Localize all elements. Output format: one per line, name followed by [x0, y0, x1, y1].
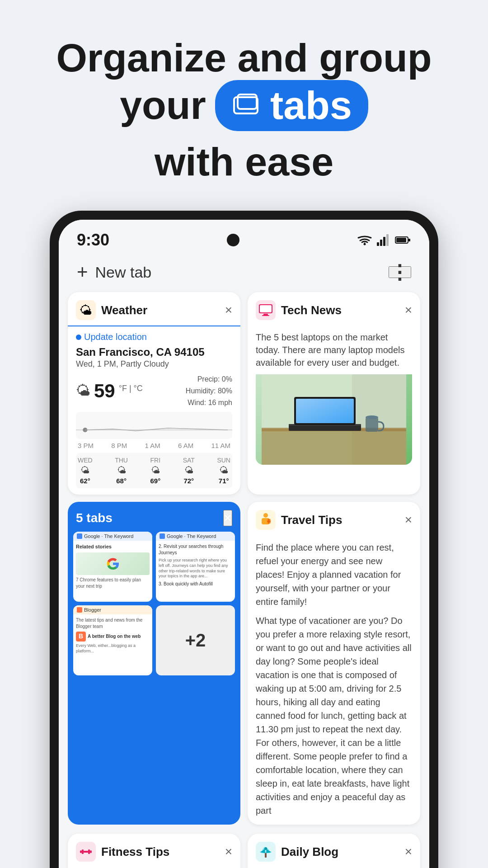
daily-blog-title-wrap: Daily Blog: [256, 842, 338, 862]
tabs-icon: [231, 93, 263, 118]
wifi-icon: [357, 234, 372, 246]
forecast-day-sat: SAT 🌤 72°: [183, 457, 195, 485]
mini-tab-3-body: The latest tips and news from the Blogge…: [73, 614, 152, 656]
travel-tips-close-button[interactable]: ×: [405, 514, 412, 526]
svg-rect-34: [82, 849, 84, 854]
svg-rect-18: [262, 429, 406, 465]
fitness-tips-title: Fitness Tips: [101, 845, 169, 859]
temperature-value: 59: [94, 380, 115, 402]
svg-rect-4: [380, 240, 382, 246]
weather-card-title: Weather: [101, 303, 147, 317]
svg-rect-6: [386, 234, 389, 246]
svg-rect-35: [88, 849, 90, 854]
tech-news-close-button[interactable]: ×: [405, 304, 412, 316]
weather-card-body: Update location San Francisco, CA 94105 …: [68, 326, 240, 495]
daily-blog-close-button[interactable]: ×: [405, 845, 412, 858]
temperature-left: 🌤 59 °F | °C: [76, 380, 143, 402]
status-bar: 9:30: [59, 220, 429, 254]
svg-rect-9: [408, 239, 410, 241]
svg-rect-5: [383, 237, 385, 246]
phone-mockup-wrap: 9:30: [0, 202, 488, 868]
mini-tab-1[interactable]: Google · The Keyword Related stories: [73, 532, 152, 602]
travel-tips-tab-card: Travel Tips × Find the place where you c…: [248, 502, 420, 825]
bottom-cards: Fitness Tips × Never too late to start w…: [59, 834, 429, 868]
weather-card-header: 🌤 Weather ×: [68, 292, 240, 326]
tech-news-title-wrap: Tech News: [256, 300, 342, 320]
svg-rect-13: [260, 305, 272, 312]
five-tabs-close-button[interactable]: ×: [223, 510, 232, 526]
mini-tab-2-body: 2. Revisit your searches through Journey…: [156, 541, 235, 590]
mini-tab-3[interactable]: Blogger The latest tips and news from th…: [73, 605, 152, 675]
svg-point-38: [264, 847, 267, 850]
new-tab-label: New tab: [95, 264, 152, 281]
travel-tips-description: Find the place where you can rest, refue…: [256, 541, 412, 609]
signal-icon: [377, 234, 390, 246]
tab-groups-grid: 🌤 Weather × Update location San Francisc…: [59, 292, 429, 834]
travel-tips-description2: What type of vacationer are you? Do you …: [256, 614, 412, 817]
svg-rect-32: [80, 850, 82, 853]
travel-tips-header: Travel Tips ×: [248, 502, 420, 535]
fitness-dumbbell-icon: [79, 845, 93, 859]
weather-tab-card: 🌤 Weather × Update location San Francisc…: [68, 292, 240, 495]
temp-icon: 🌤: [76, 382, 90, 399]
travel-person-icon: [259, 513, 272, 527]
mini-tab-more[interactable]: +2: [156, 605, 235, 675]
five-tabs-header: 5 tabs ×: [68, 502, 240, 532]
mini-tab-1-header: Google · The Keyword: [73, 532, 152, 541]
weather-forecast-days: WED 🌤 62° THU 🌤 68° FRI 🌤: [76, 453, 232, 488]
fitness-tips-header: Fitness Tips ×: [68, 834, 240, 867]
location-dot: [76, 335, 81, 340]
tech-news-icon: [256, 300, 276, 320]
svg-rect-33: [90, 850, 92, 853]
camera-notch: [227, 234, 239, 246]
svg-rect-36: [84, 851, 88, 853]
monitor-icon: [258, 304, 273, 316]
daily-blog-title: Daily Blog: [281, 845, 338, 859]
mini-tab-3-header: Blogger: [73, 605, 152, 614]
tech-news-card-header: Tech News ×: [248, 292, 420, 326]
five-tabs-label: 5 tabs: [76, 511, 113, 525]
svg-rect-25: [366, 417, 378, 432]
tech-news-description: The 5 best laptops on the market today. …: [256, 331, 412, 369]
status-time: 9:30: [77, 231, 109, 250]
svg-rect-3: [377, 242, 379, 246]
mini-tab-1-favicon: [77, 533, 82, 539]
weather-close-button[interactable]: ×: [225, 304, 232, 316]
fitness-icon: [76, 842, 96, 862]
weather-title-wrap: 🌤 Weather: [76, 300, 147, 320]
svg-rect-39: [265, 853, 267, 858]
travel-tips-title-wrap: Travel Tips: [256, 510, 342, 530]
laptop-image-svg: [256, 374, 412, 465]
travel-icon: [256, 510, 276, 530]
tech-news-tab-card: Tech News × The 5 best laptops on the ma…: [248, 292, 420, 495]
mini-tab-2-favicon: [160, 533, 165, 539]
weather-timeline: [76, 412, 232, 439]
travel-tips-title: Travel Tips: [281, 513, 342, 527]
more-menu-button[interactable]: ⋮: [389, 266, 411, 278]
update-location[interactable]: Update location: [76, 332, 232, 342]
forecast-day-fri: FRI 🌤 69°: [150, 457, 160, 485]
chrome-tab-bar[interactable]: + New tab ⋮: [59, 254, 429, 292]
tech-news-image: [256, 374, 412, 465]
palm-tree-icon: [259, 845, 272, 859]
mini-tab-2-header: Google · The Keyword: [156, 532, 235, 541]
fitness-tips-card: Fitness Tips × Never too late to start w…: [68, 834, 240, 868]
svg-rect-8: [396, 238, 406, 242]
tabs-highlight: tabs: [215, 80, 368, 131]
hero-line1: Organize and group: [27, 36, 461, 80]
mini-tab-2[interactable]: Google · The Keyword 2. Revisit your sea…: [156, 532, 235, 602]
status-icons: [357, 234, 411, 246]
phone-mockup: 9:30: [50, 211, 438, 868]
mini-tab-3-favicon: [77, 607, 82, 613]
tech-news-body: The 5 best laptops on the market today. …: [248, 326, 420, 465]
svg-rect-14: [263, 314, 268, 315]
daily-blog-header: Daily Blog ×: [248, 834, 420, 867]
forecast-day-wed: WED 🌤 62°: [78, 457, 93, 485]
tech-news-card-title: Tech News: [281, 303, 342, 317]
svg-rect-15: [262, 315, 269, 316]
new-tab-button[interactable]: + New tab: [77, 261, 151, 283]
fitness-tips-close-button[interactable]: ×: [225, 845, 232, 858]
weather-details: Precip: 0% Humidity: 80% Wind: 16 mph: [186, 373, 232, 408]
five-tabs-card[interactable]: 5 tabs × Google · The Keyword Related st…: [68, 502, 240, 825]
temperature-unit: °F | °C: [119, 384, 143, 393]
